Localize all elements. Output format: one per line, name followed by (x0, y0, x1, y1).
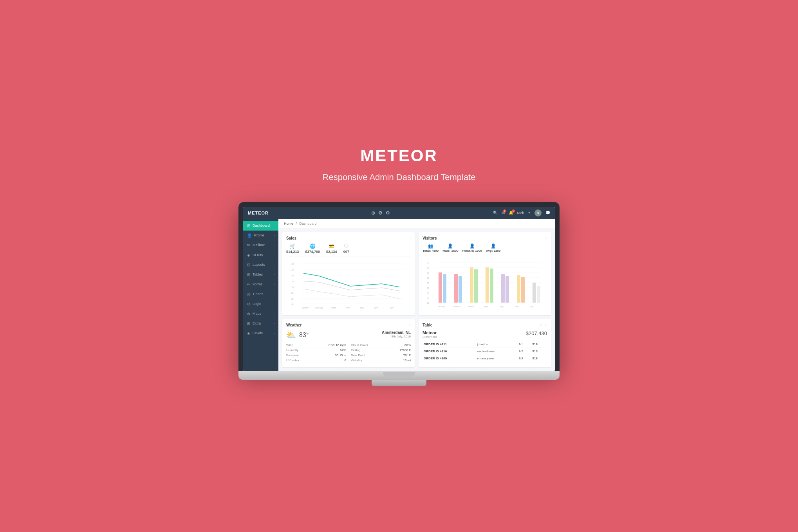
vs-total-value: Total: 4500 (422, 249, 439, 252)
svg-text:June: June (374, 307, 378, 309)
nav-icon-settings1[interactable]: ⚙ (378, 210, 383, 216)
sidebar-item-login[interactable]: ⊙ Login › (243, 299, 278, 309)
bell-badge: 1 (512, 209, 515, 213)
sidebar-item-maps[interactable]: ⊕ Maps › (243, 309, 278, 319)
breadcrumb: Home / Dashboard (278, 219, 555, 228)
dashboard-icon: ⊞ (247, 224, 250, 228)
sales-card-title: Sales (286, 236, 296, 240)
sidebar-item-profile[interactable]: 👤 Profile › (243, 231, 278, 240)
laptop-notch (383, 372, 415, 377)
breadcrumb-home[interactable]: Home (284, 222, 293, 225)
nav-icon-settings2[interactable]: ⚙ (386, 210, 390, 216)
arrow-icon-2: › (274, 244, 274, 247)
order-amount-2: $13 (531, 348, 547, 355)
table-card: Table ○ ○ Meteor Statement (419, 319, 551, 367)
arrow-icon-5: › (274, 273, 274, 276)
svg-text:January: January (438, 305, 445, 308)
nav-icon-refresh[interactable]: ⊕ (371, 210, 375, 216)
sidebar-item-tables[interactable]: ⊞ Tables › (243, 270, 278, 280)
sales-chart: 180 160 140 120 100 80 60 40 (286, 260, 411, 311)
vs-male-value: Male: 2600 (442, 249, 458, 252)
visitors-avg-icon: 👤 (491, 243, 496, 249)
vs-avg-value: Avg: 2250 (486, 249, 501, 252)
order-name-1: johndoe (476, 341, 518, 348)
sidebar-label-mailbox: Mailbox (253, 243, 265, 247)
nav-center-icons: ⊕ ⚙ ⚙ (371, 210, 390, 216)
order-ref-1: N1 (518, 341, 531, 348)
weather-visibility: Visibility 10 mi (351, 358, 411, 363)
visitors-card-menu[interactable]: ○ (545, 236, 547, 240)
table-icon-2[interactable]: ○ (545, 323, 547, 327)
svg-text:February: February (453, 305, 461, 308)
weather-ceiling: Ceiling 17600 ft (351, 348, 411, 353)
email-icon[interactable]: ✉ 2 (502, 211, 505, 215)
visitor-stats: 👥 Total: 4500 👤 Male: 2600 👤 (422, 243, 547, 255)
table-icon-1[interactable]: ○ (540, 323, 542, 327)
sidebar-item-uikits[interactable]: ◈ UI Kits › (243, 250, 278, 260)
sidebar-item-dashboard[interactable]: ⊞ Dashboard (243, 221, 278, 231)
main-content: Home / Dashboard Sales ○ (278, 219, 555, 371)
svg-text:80: 80 (291, 292, 294, 294)
sidebar-label-dashboard: Dashboard (253, 224, 270, 227)
sidebar-label-login: Login (253, 302, 261, 306)
laptop-mockup: METEOR ⊕ ⚙ ⚙ 🔍 ✉ 2 🔔 1 (238, 202, 560, 386)
sidebar-item-extra[interactable]: ⊞ Extra › (243, 319, 278, 328)
visitors-female-icon: 👤 (469, 243, 475, 249)
layouts-icon: ⊟ (247, 263, 250, 267)
svg-text:160: 160 (291, 269, 294, 271)
weather-icon: ⛅ (286, 330, 296, 340)
weather-uv: UV Index 6 (286, 358, 346, 363)
svg-text:30: 30 (427, 292, 429, 294)
bell-icon[interactable]: 🔔 1 (509, 211, 513, 215)
charts-icon: ◎ (247, 292, 251, 296)
sales-card-menu[interactable]: ○ (408, 236, 411, 240)
sidebar-item-forms[interactable]: ✏ Forms › (243, 280, 278, 289)
vs-total: 👥 Total: 4500 (422, 243, 439, 252)
weather-pressure: Pressure 30.15 in (286, 353, 346, 358)
svg-text:100: 100 (291, 286, 294, 289)
sidebar: ⊞ Dashboard 👤 Profile › ✉ Mailbox › (243, 219, 278, 371)
table-row-2: ORDER ID 4110 michaellewis N2 $13 (422, 348, 547, 355)
user-label[interactable]: Nick (517, 211, 524, 215)
svg-rect-45 (470, 267, 473, 303)
arrow-icon-7: › (274, 293, 274, 296)
avatar-initial: N (537, 211, 539, 215)
content-grid: Sales ○ 🛒 $14,213 🌐 (278, 228, 555, 371)
svg-rect-49 (501, 274, 505, 303)
stat-orders-value: $14,213 (286, 250, 299, 254)
vs-male: 👤 Male: 2600 (442, 243, 458, 252)
content-area: ⊞ Dashboard 👤 Profile › ✉ Mailbox › (243, 219, 555, 371)
sidebar-item-charts[interactable]: ◎ Charts › (243, 289, 278, 299)
weather-card: Weather ○ ⛅ 83°F Amsterdam, NL (282, 319, 415, 367)
laptop-screen-inner: METEOR ⊕ ⚙ ⚙ 🔍 ✉ 2 🔔 1 (243, 207, 555, 371)
sales-stats: 🛒 $14,213 🌐 $374,700 💳 (286, 243, 411, 256)
sidebar-item-levels[interactable]: ◈ Levels › (243, 328, 278, 338)
stat-revenue-value: $374,700 (305, 250, 320, 254)
sidebar-item-mailbox[interactable]: ✉ Mailbox › (243, 240, 278, 250)
svg-rect-44 (459, 276, 462, 303)
svg-text:60: 60 (427, 277, 429, 279)
svg-text:July: July (390, 307, 394, 309)
vs-avg: 👤 Avg: 2250 (486, 243, 501, 252)
visitors-chart: 90 80 70 60 50 40 30 20 10 (422, 258, 547, 310)
avatar[interactable]: N (534, 209, 542, 216)
svg-text:March: March (468, 305, 474, 308)
svg-rect-54 (537, 286, 540, 303)
uikits-icon: ◈ (247, 253, 250, 257)
cart-icon: 🛒 (290, 243, 296, 249)
user-chevron: ▼ (528, 211, 531, 214)
weather-cloud: Cloud Cover 60% (351, 343, 411, 348)
dashboard: METEOR ⊕ ⚙ ⚙ 🔍 ✉ 2 🔔 1 (243, 207, 555, 371)
search-icon[interactable]: 🔍 (493, 211, 498, 215)
sidebar-item-layouts[interactable]: ⊟ Layouts › (243, 260, 278, 270)
svg-text:120: 120 (291, 280, 294, 283)
data-table: ORDER ID 4111 johndoe N1 $16 ORDER ID 41… (422, 341, 547, 362)
weather-humidity: Humidity 64% (286, 348, 346, 353)
sidebar-label-forms: Forms (253, 282, 263, 286)
svg-text:90: 90 (427, 261, 429, 264)
svg-rect-43 (454, 274, 458, 303)
chat-icon[interactable]: 💬 (545, 211, 550, 215)
arrow-icon-10: › (274, 322, 274, 325)
weather-card-menu[interactable]: ○ (408, 323, 411, 327)
sidebar-label-maps: Maps (253, 312, 261, 316)
